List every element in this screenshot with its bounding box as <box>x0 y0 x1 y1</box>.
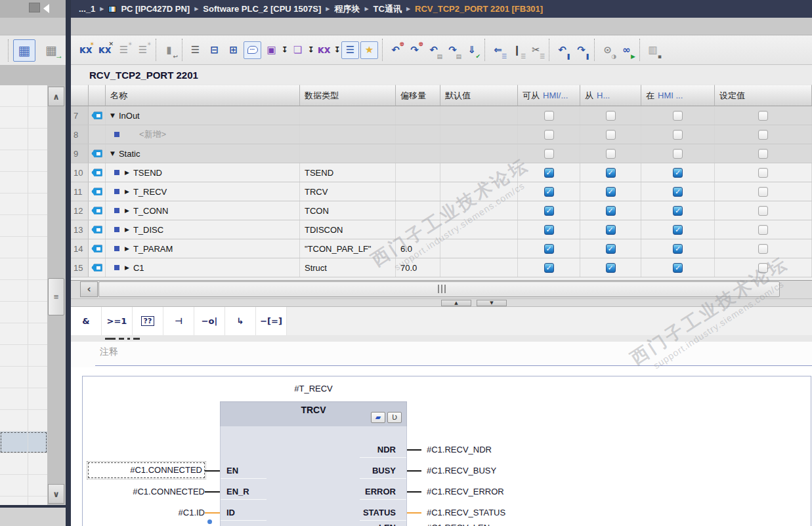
left-table-row[interactable] <box>0 215 47 237</box>
copy-start-back-icon[interactable]: ⇐☰ <box>489 41 507 59</box>
trim-start-values-icon[interactable]: ✂☰ <box>527 41 545 59</box>
table-row[interactable]: 10▶TSENDTSEND <box>71 163 812 182</box>
datatype-cell[interactable]: TSEND <box>300 163 396 182</box>
datatype-cell[interactable]: TDISCON <box>300 220 396 239</box>
name-cell[interactable]: ▼Static <box>106 144 300 163</box>
breadcrumb-item[interactable]: 程序块 <box>334 3 360 15</box>
comment-toggle-icon[interactable]: ⋯ <box>244 41 261 59</box>
table-row[interactable]: 15▶C1Struct70.0 <box>71 258 812 277</box>
sort-structure-icon[interactable]: ☰ <box>186 41 204 59</box>
breadcrumb-item[interactable]: ..._1 <box>79 4 95 14</box>
left-table-row[interactable] <box>0 150 47 172</box>
tag-monitor-icon[interactable]: ᴋx <box>315 41 333 59</box>
hmi-checkbox[interactable] <box>758 187 768 197</box>
hmi-checkbox[interactable] <box>606 244 616 254</box>
snapshot-fwd-icon[interactable]: ↷▤ <box>444 41 461 59</box>
download-start-icon[interactable]: ⇓✔ <box>463 41 481 59</box>
column-header[interactable]: 偏移量 <box>396 85 440 106</box>
open-branch-button[interactable]: ↳ <box>225 307 256 335</box>
name-cell[interactable]: ▶T_RECV <box>106 182 300 201</box>
find-replace-icon[interactable]: ⊙◑ <box>599 41 616 59</box>
left-table-row[interactable] <box>0 280 47 302</box>
name-cell[interactable]: ▶TSEND <box>106 163 300 182</box>
hmi-checkbox[interactable] <box>544 187 554 197</box>
hmi-checkbox[interactable] <box>758 263 768 273</box>
variable-name[interactable]: T_PARAM <box>133 244 173 254</box>
open-block-icon[interactable]: ▰ <box>371 412 385 423</box>
column-header[interactable] <box>89 85 106 106</box>
expander-icon[interactable]: ▶ <box>125 188 129 195</box>
column-header[interactable]: 设定值 <box>715 85 812 106</box>
insert-row-icon[interactable]: ᴋx✶ <box>77 41 95 59</box>
test-sequence-icon[interactable]: ∞▶ <box>618 41 635 59</box>
hmi-checkbox[interactable] <box>673 206 683 216</box>
hmi-checkbox[interactable] <box>758 111 768 121</box>
expander-icon[interactable]: ▶ <box>125 264 129 271</box>
hmi-checkbox[interactable] <box>606 111 616 121</box>
table-row[interactable]: 11▶T_RECVTRCV <box>71 182 812 201</box>
name-cell[interactable]: ▶C1 <box>106 258 300 277</box>
datatype-cell[interactable] <box>300 125 396 144</box>
list-view-icon[interactable]: ☰ <box>341 41 359 59</box>
name-cell[interactable]: ▶T_CONN <box>106 201 300 220</box>
hmi-checkbox[interactable] <box>673 149 683 159</box>
name-cell[interactable]: <新增> <box>106 125 300 144</box>
default-value-cell[interactable] <box>440 239 518 258</box>
left-table-row[interactable] <box>0 129 47 150</box>
hmi-checkbox[interactable] <box>673 225 683 235</box>
variable-name[interactable]: Static <box>119 149 140 159</box>
left-table-row[interactable] <box>0 323 47 345</box>
hmi-checkbox[interactable] <box>544 168 554 178</box>
column-header[interactable]: 默认值 <box>440 85 518 106</box>
hmi-checkbox[interactable] <box>758 130 768 140</box>
dropdown-arrow-icon[interactable]: ↧ <box>307 41 314 59</box>
hmi-checkbox[interactable] <box>758 206 768 216</box>
hmi-checkbox[interactable] <box>606 130 616 140</box>
dropdown-arrow-icon[interactable]: ↧ <box>281 41 288 59</box>
comment-monitor-icon[interactable]: ❏ <box>289 41 307 59</box>
block-output-pin[interactable]: BUSY <box>220 465 402 477</box>
hmi-checkbox[interactable] <box>673 244 683 254</box>
scroll-up-icon[interactable]: ∧ <box>48 87 64 106</box>
name-cell[interactable]: ▶T_DISC <box>106 220 300 239</box>
hscrollbar-grip[interactable] <box>438 285 447 293</box>
name-cell[interactable]: ▶T_PARAM <box>106 239 300 258</box>
expander-icon[interactable]: ▶ <box>125 169 129 176</box>
hmi-checkbox[interactable] <box>544 130 554 140</box>
datatype-cell[interactable]: "TCON_PAR_LF" <box>300 239 396 258</box>
instance-name-label[interactable]: #T_RECV <box>220 384 407 394</box>
hmi-checkbox[interactable] <box>606 263 616 273</box>
breadcrumb-item[interactable]: Software PLC_2 [CPU 1507S] <box>203 4 321 14</box>
variable-name[interactable]: InOut <box>119 111 140 121</box>
output-operand[interactable]: #C1.RECV_BUSY <box>427 465 496 477</box>
nav-next-icon[interactable]: ↷❚ <box>572 41 590 59</box>
scroll-left-icon[interactable]: ‹ <box>80 281 98 297</box>
delete-row-icon[interactable]: ᴋx✕ <box>96 41 114 59</box>
variable-name[interactable]: C1 <box>133 263 144 273</box>
expander-icon[interactable]: ▶ <box>125 245 129 252</box>
block-output-pin[interactable]: NDR <box>220 444 402 456</box>
input-operand[interactable]: #C1.CONNECTED <box>88 486 205 498</box>
datatype-cell[interactable] <box>300 106 396 125</box>
left-table-row[interactable] <box>0 432 47 453</box>
default-value-cell[interactable] <box>440 106 518 125</box>
left-table-row[interactable] <box>0 237 47 258</box>
table-row[interactable]: 8<新增> <box>71 125 812 144</box>
input-operand[interactable]: #C1.ID <box>88 507 205 519</box>
expander-icon[interactable]: ▼ <box>110 150 115 157</box>
negated-contact-button[interactable]: −o| <box>194 307 225 335</box>
expand-all-icon[interactable]: ⊟ <box>205 41 223 59</box>
variable-name[interactable]: <新增> <box>139 129 166 140</box>
export-table-icon[interactable]: ▦→ <box>40 39 62 62</box>
hmi-checkbox[interactable] <box>606 206 616 216</box>
default-value-cell[interactable] <box>440 182 518 201</box>
table-row[interactable]: 14▶T_PARAM"TCON_PAR_LF"6.0 <box>71 239 812 258</box>
output-operand[interactable]: #C1.RECV_LEN <box>427 522 490 526</box>
left-table-row[interactable] <box>0 302 47 323</box>
monitor-block-icon[interactable]: Ʋ <box>387 412 402 423</box>
hmi-checkbox[interactable] <box>606 168 616 178</box>
expander-icon[interactable]: ▼ <box>110 112 115 119</box>
column-header[interactable]: 名称 <box>106 85 300 106</box>
discard-actual-fwd-icon[interactable]: ↷⊗ <box>406 41 423 59</box>
output-operand[interactable]: #C1.RECV_STATUS <box>427 507 505 519</box>
